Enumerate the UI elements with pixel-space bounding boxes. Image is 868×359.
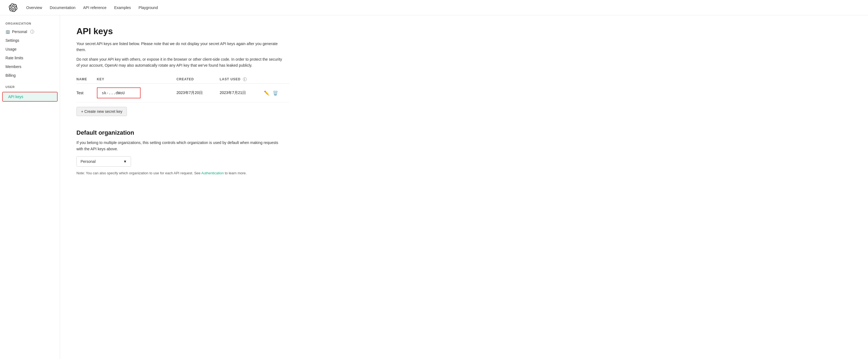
chevron-down-icon: ▼ — [123, 159, 127, 164]
default-org-desc: If you belong to multiple organizations,… — [76, 140, 284, 152]
sidebar-item-settings[interactable]: Settings — [0, 36, 60, 45]
default-org-title: Default organization — [76, 129, 289, 136]
sidebar-item-rate-limits[interactable]: Rate limits — [0, 54, 60, 62]
table-row: Test sk-...dWoU 2023年7月20日 2023年7月21日 ✏️… — [76, 84, 289, 103]
nav-examples[interactable]: Examples — [114, 5, 131, 10]
create-secret-key-button[interactable]: + Create new secret key — [76, 107, 127, 116]
dropdown-value: Personal — [81, 159, 96, 164]
sidebar-item-billing[interactable]: Billing — [0, 71, 60, 80]
sidebar-usage-label: Usage — [5, 47, 17, 51]
authentication-link[interactable]: Authentication — [201, 171, 223, 175]
nav-playground[interactable]: Playground — [139, 5, 158, 10]
sidebar-rate-limits-label: Rate limits — [5, 56, 23, 60]
sidebar-item-api-keys[interactable]: API keys — [3, 92, 57, 101]
col-last-used: LAST USED i — [220, 75, 264, 84]
description-1: Your secret API keys are listed below. P… — [76, 41, 284, 53]
top-navigation: Overview Documentation API reference Exa… — [0, 0, 868, 15]
nav-overview[interactable]: Overview — [26, 5, 42, 10]
user-section-label: USER — [0, 85, 60, 91]
api-keys-table: NAME KEY CREATED LAST USED i Test sk-...… — [76, 75, 289, 103]
nav-api-reference[interactable]: API reference — [83, 5, 107, 10]
row-key: sk-...dWoU — [97, 84, 177, 103]
logo[interactable] — [9, 3, 18, 12]
col-created: CREATED — [176, 75, 219, 84]
nav-links: Overview Documentation API reference Exa… — [26, 5, 158, 10]
sidebar-billing-label: Billing — [5, 73, 16, 78]
col-name: NAME — [76, 75, 97, 84]
col-actions — [264, 75, 289, 84]
building-icon: 🏢 — [5, 29, 10, 34]
sidebar-settings-label: Settings — [5, 38, 20, 43]
row-created: 2023年7月20日 — [176, 84, 219, 103]
row-name: Test — [76, 84, 97, 103]
org-dropdown[interactable]: Personal ▼ — [76, 156, 131, 167]
last-used-info-icon[interactable]: i — [243, 77, 247, 81]
description-2: Do not share your API key with others, o… — [76, 56, 284, 68]
org-section-label: ORGANIZATION — [0, 22, 60, 27]
sidebar: ORGANIZATION 🏢 Personal i Settings Usage… — [0, 15, 60, 359]
sidebar-item-usage[interactable]: Usage — [0, 45, 60, 54]
note-text: Note: You can also specify which organiz… — [76, 170, 268, 176]
main-content: API keys Your secret API keys are listed… — [60, 15, 306, 359]
personal-info-icon[interactable]: i — [30, 30, 34, 34]
api-keys-active-box: API keys — [2, 92, 58, 102]
col-key: KEY — [97, 75, 177, 84]
edit-icon[interactable]: ✏️ — [264, 90, 270, 95]
sidebar-item-personal[interactable]: 🏢 Personal i — [0, 27, 60, 36]
delete-icon[interactable]: 🗑️ — [273, 90, 278, 95]
row-last-used: 2023年7月21日 — [220, 84, 264, 103]
main-layout: ORGANIZATION 🏢 Personal i Settings Usage… — [0, 15, 868, 359]
sidebar-item-members[interactable]: Members — [0, 62, 60, 71]
page-title: API keys — [76, 26, 289, 36]
sidebar-members-label: Members — [5, 64, 21, 69]
row-actions: ✏️ 🗑️ — [264, 84, 289, 103]
nav-documentation[interactable]: Documentation — [50, 5, 75, 10]
sidebar-api-keys-label: API keys — [8, 94, 23, 99]
api-key-value: sk-...dWoU — [97, 87, 141, 99]
sidebar-personal-label: Personal — [12, 29, 27, 34]
